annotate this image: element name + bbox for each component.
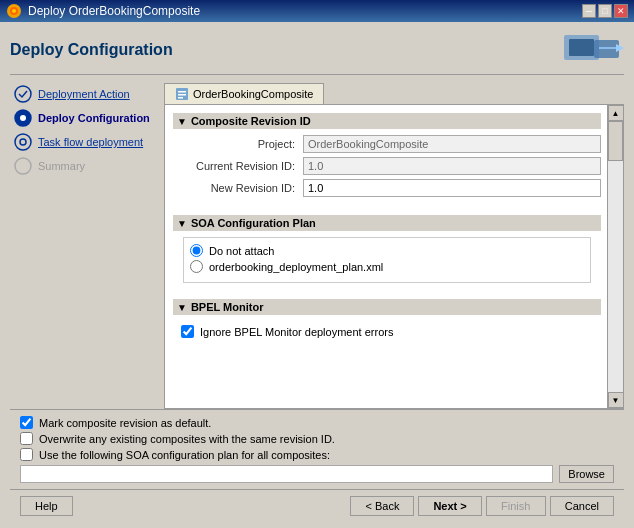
title-bar-text: Deploy OrderBookingComposite [28, 4, 200, 18]
cancel-button[interactable]: Cancel [550, 496, 614, 516]
new-revision-input[interactable] [303, 179, 601, 197]
section-soa-title: SOA Configuration Plan [191, 217, 316, 229]
bpel-ignore-label: Ignore BPEL Monitor deployment errors [200, 326, 393, 338]
bottom-row-overwrite: Overwrite any existing composites with t… [20, 432, 614, 445]
scroll-down-arrow[interactable]: ▼ [608, 392, 624, 408]
nav-item-summary: Summary [10, 155, 158, 177]
bottom-row-soa-plan: Use the following SOA configuration plan… [20, 448, 614, 461]
step1-icon [14, 85, 32, 103]
footer-right: < Back Next > Finish Cancel [350, 496, 614, 516]
maximize-button[interactable]: □ [598, 4, 612, 18]
bottom-checkboxes: Mark composite revision as default. Over… [10, 409, 624, 489]
step3-icon [14, 133, 32, 151]
project-label: Project: [183, 138, 303, 150]
nav-item-deployment-action[interactable]: Deployment Action [10, 83, 158, 105]
soa-plan-checkbox[interactable] [20, 448, 33, 461]
browse-button[interactable]: Browse [559, 465, 614, 483]
nav-item-task-flow[interactable]: Task flow deployment [10, 131, 158, 153]
app-icon [6, 3, 22, 19]
minimize-button[interactable]: ─ [582, 4, 596, 18]
collapse-icon-composite[interactable]: ▼ [177, 116, 187, 127]
soa-plan-path-input[interactable] [20, 465, 553, 483]
right-content: OrderBookingComposite ▼ Composite Revisi… [164, 83, 624, 409]
bpel-ignore-checkbox[interactable] [181, 325, 194, 338]
footer: Help < Back Next > Finish Cancel [10, 489, 624, 520]
svg-rect-16 [178, 94, 186, 96]
mark-default-checkbox[interactable] [20, 416, 33, 429]
back-button[interactable]: < Back [350, 496, 414, 516]
new-revision-label: New Revision ID: [183, 182, 303, 194]
overwrite-checkbox[interactable] [20, 432, 33, 445]
soa-plan-label: Use the following SOA configuration plan… [39, 449, 330, 461]
page-title-bar: Deploy Configuration [10, 30, 624, 75]
tab-label: OrderBookingComposite [193, 88, 313, 100]
overwrite-label: Overwrite any existing composites with t… [39, 433, 335, 445]
nav-label-deployment-action: Deployment Action [38, 88, 130, 100]
current-revision-row: Current Revision ID: [173, 157, 601, 175]
bpel-checkbox-section: Ignore BPEL Monitor deployment errors [173, 321, 601, 345]
step2-icon [14, 109, 32, 127]
svg-marker-7 [616, 44, 624, 52]
nav-label-task-flow: Task flow deployment [38, 136, 143, 148]
svg-point-12 [20, 139, 26, 145]
panel-inner[interactable]: ▼ Composite Revision ID Project: Current… [165, 105, 623, 408]
nav-item-deploy-configuration: Deploy Configuration [10, 107, 158, 129]
section-soa-config: ▼ SOA Configuration Plan [173, 215, 601, 231]
deploy-icon [564, 30, 624, 70]
main-area: Deployment Action Deploy Configuration T… [10, 83, 624, 409]
radio-deployment-plan-label: orderbooking_deployment_plan.xml [209, 261, 383, 273]
title-bar-left: Deploy OrderBookingComposite [6, 3, 200, 19]
section-composite-title: Composite Revision ID [191, 115, 311, 127]
next-button[interactable]: Next > [418, 496, 481, 516]
section-composite-revision: ▼ Composite Revision ID [173, 113, 601, 129]
step4-icon [14, 157, 32, 175]
new-revision-row: New Revision ID: [173, 179, 601, 197]
radio-do-not-attach-input[interactable] [190, 244, 203, 257]
svg-point-10 [20, 115, 26, 121]
radio-do-not-attach-label: Do not attach [209, 245, 274, 257]
radio-do-not-attach: Do not attach [190, 244, 584, 257]
mark-default-label: Mark composite revision as default. [39, 417, 211, 429]
title-bar: Deploy OrderBookingComposite ─ □ ✕ [0, 0, 634, 22]
left-nav: Deployment Action Deploy Configuration T… [10, 83, 158, 409]
scroll-track[interactable] [608, 121, 623, 392]
svg-rect-17 [178, 97, 183, 99]
window-content: Deploy Configuration Deployment Action [0, 22, 634, 528]
current-revision-label: Current Revision ID: [183, 160, 303, 172]
nav-label-deploy-configuration: Deploy Configuration [38, 112, 150, 124]
radio-deployment-plan: orderbooking_deployment_plan.xml [190, 260, 584, 273]
close-button[interactable]: ✕ [614, 4, 628, 18]
tab-bar: OrderBookingComposite [164, 83, 624, 104]
project-row: Project: [173, 135, 601, 153]
radio-deployment-plan-input[interactable] [190, 260, 203, 273]
nav-label-summary: Summary [38, 160, 85, 172]
main-panel: ▼ Composite Revision ID Project: Current… [164, 104, 624, 409]
project-input[interactable] [303, 135, 601, 153]
collapse-icon-bpel[interactable]: ▼ [177, 302, 187, 313]
bottom-input-row: Browse [20, 465, 614, 483]
footer-left: Help [20, 496, 73, 516]
panel-scrollbar[interactable]: ▲ ▼ [607, 105, 623, 408]
bottom-row-mark-default: Mark composite revision as default. [20, 416, 614, 429]
svg-point-8 [15, 86, 31, 102]
title-bar-buttons[interactable]: ─ □ ✕ [582, 4, 628, 18]
bpel-checkbox-row: Ignore BPEL Monitor deployment errors [181, 325, 593, 338]
collapse-icon-soa[interactable]: ▼ [177, 218, 187, 229]
svg-point-13 [15, 158, 31, 174]
svg-rect-5 [594, 40, 619, 58]
section-bpel-title: BPEL Monitor [191, 301, 264, 313]
radio-group-soa: Do not attach orderbooking_deployment_pl… [183, 237, 591, 283]
current-revision-input[interactable] [303, 157, 601, 175]
page-title: Deploy Configuration [10, 41, 173, 59]
tab-icon [175, 87, 189, 101]
svg-rect-4 [569, 39, 594, 56]
scroll-up-arrow[interactable]: ▲ [608, 105, 624, 121]
tab-orderbookingcomposite[interactable]: OrderBookingComposite [164, 83, 324, 104]
section-bpel: ▼ BPEL Monitor [173, 299, 601, 315]
svg-point-11 [15, 134, 31, 150]
svg-point-2 [12, 9, 16, 13]
scroll-thumb[interactable] [608, 121, 623, 161]
svg-rect-15 [178, 91, 186, 93]
finish-button[interactable]: Finish [486, 496, 546, 516]
help-button[interactable]: Help [20, 496, 73, 516]
